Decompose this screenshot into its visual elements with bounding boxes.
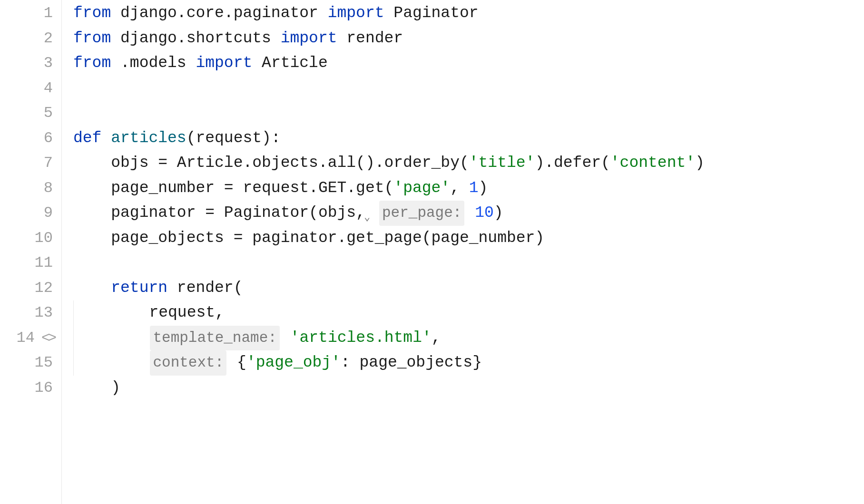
gutter-line[interactable]: 16 — [0, 376, 61, 401]
number-literal: 1 — [469, 176, 479, 201]
code-text: : page_objects} — [341, 350, 482, 376]
code-text: page_objects = paginator.get_page(page_n… — [111, 226, 544, 251]
line-number: 14 — [17, 326, 35, 351]
code-line[interactable]: from django.shortcuts import render — [73, 26, 864, 51]
code-line[interactable]: page_objects = paginator.get_page(page_n… — [73, 226, 864, 251]
code-line[interactable]: from .models import Article — [73, 51, 864, 76]
string-literal: 'title' — [469, 151, 535, 176]
string-literal: 'content' — [610, 151, 695, 176]
keyword-from: from — [73, 51, 111, 76]
gutter-line[interactable]: 11 — [0, 251, 61, 276]
keyword-from: from — [73, 26, 111, 51]
code-text: ) — [111, 376, 120, 401]
code-line[interactable]: page_number = request.GET.get('page', 1) — [73, 176, 864, 201]
code-text: ) — [695, 151, 705, 176]
indent — [73, 151, 111, 176]
module-path: .models — [111, 51, 196, 76]
indent — [73, 350, 149, 376]
gutter-line[interactable]: 12 — [0, 276, 61, 301]
inlay-hint: context: — [150, 350, 226, 376]
code-line[interactable] — [73, 101, 864, 126]
line-number: 5 — [44, 101, 53, 126]
line-number: 9 — [44, 201, 53, 226]
keyword-import: import — [281, 26, 337, 51]
gutter-line[interactable]: 9 — [0, 201, 61, 226]
line-number: 2 — [44, 26, 53, 51]
code-text: ) — [479, 176, 488, 201]
gutter-line[interactable]: 8 — [0, 176, 61, 201]
line-number: 4 — [44, 76, 53, 101]
line-number: 1 — [44, 1, 53, 26]
inlay-hint: template_name: — [150, 326, 279, 351]
code-vision-icon[interactable]: <> — [41, 326, 55, 351]
code-text: , — [432, 326, 441, 351]
code-line[interactable]: paginator = Paginator(objs,⌄ per_page: 1… — [73, 201, 864, 226]
line-number: 7 — [44, 151, 53, 176]
gutter-line[interactable]: 10 — [0, 226, 61, 251]
gutter-line[interactable]: 1 — [0, 1, 61, 26]
gutter-line[interactable]: 6 — [0, 126, 61, 151]
code-text: request, — [149, 300, 224, 326]
code-line[interactable]: from django.core.paginator import Pagina… — [73, 1, 864, 26]
module-path: django.core.paginator — [111, 1, 327, 26]
indent — [73, 201, 111, 226]
gutter-line[interactable]: 7 — [0, 151, 61, 176]
keyword-def: def — [73, 126, 111, 151]
code-line[interactable] — [73, 76, 864, 101]
gutter-line[interactable]: 3 — [0, 51, 61, 76]
keyword-from: from — [73, 1, 111, 26]
number-literal: 10 — [475, 201, 494, 226]
line-number: 13 — [35, 300, 53, 326]
gutter-line[interactable]: 15 — [0, 350, 61, 376]
line-number: 3 — [44, 51, 53, 76]
code-line[interactable]: context: {'page_obj': page_objects} — [73, 350, 864, 376]
code-text: { — [227, 350, 246, 376]
line-number: 11 — [35, 251, 53, 276]
string-literal: 'page' — [393, 176, 450, 201]
code-line[interactable]: return render( — [73, 276, 864, 301]
code-text: objs = Article.objects.all().order_by( — [111, 151, 469, 176]
gutter-line[interactable]: 14 <> — [0, 326, 61, 351]
gutter-line[interactable]: 2 — [0, 26, 61, 51]
import-names: Article — [252, 51, 327, 76]
code-line[interactable]: request, — [73, 300, 864, 326]
import-names: render — [337, 26, 403, 51]
code-line[interactable]: def articles(request): — [73, 126, 864, 151]
keyword-import: import — [328, 1, 384, 26]
keyword-return: return — [111, 276, 167, 301]
inlay-hint: per_page: — [379, 201, 464, 226]
function-name: articles — [111, 126, 186, 151]
line-number: 15 — [35, 350, 53, 376]
code-text: , — [450, 176, 469, 201]
line-number: 8 — [44, 176, 53, 201]
code-line[interactable]: objs = Article.objects.all().order_by('t… — [73, 151, 864, 176]
line-number: 10 — [35, 226, 53, 251]
gutter-line[interactable]: 13 — [0, 300, 61, 326]
import-names: Paginator — [384, 1, 479, 26]
code-text: page_number = request.GET.get( — [111, 176, 393, 201]
indent — [73, 226, 111, 251]
indent — [73, 276, 111, 301]
line-number: 16 — [35, 376, 53, 401]
gutter-line[interactable]: 5 — [0, 101, 61, 126]
code-editor[interactable]: from django.core.paginator import Pagina… — [62, 0, 864, 504]
code-text: ).defer( — [535, 151, 610, 176]
indent — [73, 176, 111, 201]
caret-icon: ⌄ — [364, 205, 370, 231]
code-text: paginator = Paginator(objs, — [111, 201, 365, 226]
gutter-line[interactable]: 4 — [0, 76, 61, 101]
indent — [73, 326, 149, 351]
line-number: 6 — [44, 126, 53, 151]
string-literal: 'page_obj' — [246, 350, 341, 376]
params: (request): — [187, 126, 281, 151]
gutter: 1 2 3 4 5 6 7 8 9 10 11 12 13 14 <> 15 1… — [0, 0, 62, 504]
indent — [73, 376, 111, 401]
keyword-import: import — [196, 51, 252, 76]
code-line[interactable]: template_name: 'articles.html', — [73, 326, 864, 351]
code-text: ) — [494, 201, 503, 226]
code-text: render( — [167, 276, 243, 301]
code-line[interactable] — [73, 251, 864, 276]
indent — [73, 300, 149, 326]
string-literal: 'articles.html' — [290, 326, 432, 351]
code-line[interactable]: ) — [73, 376, 864, 401]
